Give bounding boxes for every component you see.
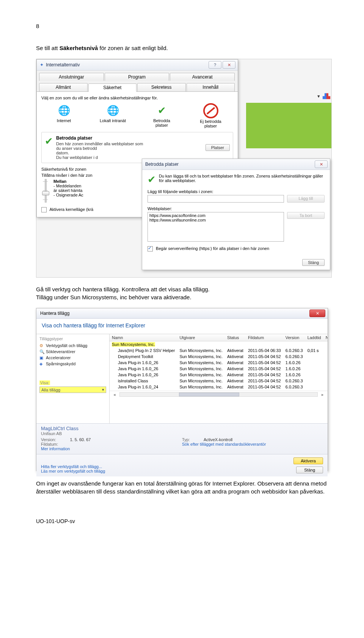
add-button[interactable]: Lägg till <box>287 195 325 203</box>
learn-more-link[interactable]: Läs mer om verktygsfält och tillägg <box>41 469 105 473</box>
table-cell: Sun Microsystems, Inc. <box>177 372 225 378</box>
table-cell: 2011-05-04 06:33 <box>246 347 283 354</box>
close-button[interactable]: Stäng <box>296 467 323 473</box>
zone-description-line: du anser vara betrodd <box>56 146 202 151</box>
table-cell <box>305 366 323 372</box>
close-button[interactable]: Stäng <box>302 259 325 266</box>
close-button[interactable]: ✕ <box>223 61 235 69</box>
table-cell <box>323 354 328 360</box>
level-line: - Osignerade Ac <box>53 193 83 197</box>
add-site-field: Lägg till följande webbplats i zonen: Lä… <box>147 189 325 203</box>
table-cell: Aktiverat <box>225 384 246 390</box>
chevron-left-icon[interactable]: ◂ <box>110 392 119 397</box>
horizontal-scrollbar[interactable]: ◂ ▸ <box>110 391 328 398</box>
close-button[interactable]: ✕ <box>309 310 325 317</box>
tab-programs[interactable]: Program <box>105 73 169 81</box>
sidebar-item-toolbars[interactable]: ⚙Verktygsfält och tillägg <box>39 343 106 349</box>
verify-checkbox[interactable] <box>147 246 153 251</box>
table-cell: 2011-05-04 04:52 <box>246 366 283 372</box>
table-cell <box>323 347 328 354</box>
close-button[interactable]: ✕ <box>315 160 328 168</box>
sidebar-item-label: Verktygsfält och tillägg <box>46 343 87 348</box>
left-pane: Tilläggstyper ⚙Verktygsfält och tillägg … <box>36 334 110 423</box>
table-cell: Sun Microsystems, Inc. <box>177 378 225 384</box>
table-row[interactable]: Java Plug-in 1.6.0_24Sun Microsystems, I… <box>110 384 328 390</box>
dialog-title: Internetalternativ <box>46 62 207 68</box>
sites-listbox[interactable]: https://www.pacsoftonline.com https://ww… <box>147 212 284 242</box>
col-version[interactable]: Version <box>283 334 305 341</box>
zone-label: Internet <box>41 118 86 123</box>
security-slider[interactable] <box>41 179 50 203</box>
add-site-input[interactable] <box>147 195 284 203</box>
col-nav[interactable]: Navigeri <box>323 334 328 341</box>
more-info-link[interactable]: Mer information <box>41 446 70 451</box>
tab-privacy[interactable]: Sekretess <box>137 83 186 91</box>
table-row[interactable]: Java(tm) Plug-In 2 SSV HelperSun Microsy… <box>110 347 328 354</box>
dialog-titlebar[interactable]: Hantera tillägg ✕ <box>36 308 328 319</box>
v-version: 1. 5. 60. 67 <box>70 437 91 442</box>
intro-post: för zonen är satt enligt bild. <box>98 45 168 51</box>
check-icon: ✔ <box>155 103 169 118</box>
addons-table-wrap: Namn Utgivare Status Fildatum Version La… <box>110 334 328 423</box>
col-filedate[interactable]: Fildatum <box>246 334 283 341</box>
tab-advanced[interactable]: Avancerat <box>170 73 235 81</box>
gear-icon: ⚙ <box>39 343 44 348</box>
page-number: 8 <box>36 23 328 29</box>
verify-label: Begär serververifiering (https:) för all… <box>156 246 269 251</box>
tab-security[interactable]: Säkerhet <box>88 83 137 92</box>
col-status[interactable]: Status <box>225 334 246 341</box>
find-more-link[interactable]: Hitta fler verktygsfält och tillägg... <box>41 464 102 469</box>
sidebar-item-search[interactable]: 🔍Sökleverantörer <box>39 349 106 355</box>
list-item[interactable]: https://www.pacsoftonline.com <box>149 213 282 218</box>
sidebar-item-tracking[interactable]: ◈Spårningsskydd <box>39 361 106 367</box>
table-cell: Aktiverat <box>225 354 246 360</box>
enable-button[interactable]: Aktivera <box>293 457 323 464</box>
dialog-subtitle: Visa och hantera tillägg för Internet Ex… <box>36 319 328 334</box>
manage-addons-dialog: Hantera tillägg ✕ Visa och hantera tillä… <box>36 308 328 471</box>
detail-col-right: Typ: ActiveX-kontroll Sök efter tillägge… <box>182 437 323 451</box>
zone-internet[interactable]: 🌐 Internet <box>41 103 86 128</box>
show-value: Alla tillägg <box>41 388 60 392</box>
internet-options-icon: ✦ <box>40 62 44 68</box>
zone-restricted[interactable]: Ej betrodda platser <box>188 103 233 128</box>
table-row[interactable]: Deployment ToolkitSun Microsystems, Inc.… <box>110 354 328 360</box>
table-row[interactable]: Java Plug-in 1.6.0_26Sun Microsystems, I… <box>110 360 328 366</box>
dialog-titlebar[interactable]: ✦ Internetalternativ ? ✕ <box>37 60 238 71</box>
help-button[interactable]: ? <box>209 61 221 69</box>
col-publisher[interactable]: Utgivare <box>177 334 225 341</box>
publisher-group-row[interactable]: Sun Microsystems, Inc. <box>110 341 328 348</box>
tab-content[interactable]: Innehåll <box>187 83 235 91</box>
sites-list-label: Webbplatser: <box>147 206 325 211</box>
kernel-label: Aktivera kernelläge (krä <box>49 207 93 212</box>
table-row[interactable]: isInstalled ClassSun Microsystems, Inc.A… <box>110 378 328 384</box>
stop-icon <box>203 103 218 118</box>
detail-name: MagLblCtrl Class <box>41 426 323 431</box>
remove-button[interactable]: Ta bort <box>287 212 325 219</box>
table-cell: Java Plug-in 1.6.0_26 <box>110 360 177 366</box>
col-name[interactable]: Namn <box>110 334 177 341</box>
kernel-checkbox[interactable] <box>41 207 47 212</box>
table-header-row: Namn Utgivare Status Fildatum Version La… <box>110 334 328 341</box>
sites-button[interactable]: Platser <box>206 144 230 151</box>
zone-label-2: platser <box>139 123 184 127</box>
dialog-titlebar[interactable]: Betrodda platser ✕ <box>142 159 330 170</box>
tabs-row-bottom: Allmänt Säkerhet Sekretess Innehåll <box>37 81 238 91</box>
tab-general[interactable]: Allmänt <box>39 83 88 91</box>
chevron-right-icon[interactable]: ▸ <box>318 392 328 397</box>
add-site-label: Lägg till följande webbplats i zonen: <box>147 189 325 194</box>
zone-intranet[interactable]: 🌐 Lokalt intranät <box>90 103 135 128</box>
tab-connections[interactable]: Anslutningar <box>39 73 104 81</box>
table-row[interactable]: Java Plug-in 1.6.0_26Sun Microsystems, I… <box>110 366 328 372</box>
check-icon: ✔ <box>147 174 156 185</box>
col-loadtime[interactable]: Laddtid <box>305 334 323 341</box>
outro-paragraph: Om inget av ovanstående fungerar kan en … <box>36 479 328 495</box>
show-dropdown[interactable]: Alla tillägg ▾ <box>39 387 106 393</box>
k-typ: Typ: <box>182 437 190 442</box>
list-item[interactable]: https://www.unifaunonline.com <box>149 218 282 222</box>
show-filter: Visa: Alla tillägg ▾ <box>39 380 106 393</box>
dialog-title: Betrodda platser <box>145 162 314 167</box>
zone-trusted[interactable]: ✔ Betrodda platser <box>139 103 184 128</box>
table-row[interactable]: Java Plug-in 1.6.0_26Sun Microsystems, I… <box>110 372 328 378</box>
sidebar-item-accelerators[interactable]: ▣Acceleratorer <box>39 355 106 361</box>
search-addon-link[interactable]: Sök efter tillägget med standardsöklever… <box>182 442 266 446</box>
